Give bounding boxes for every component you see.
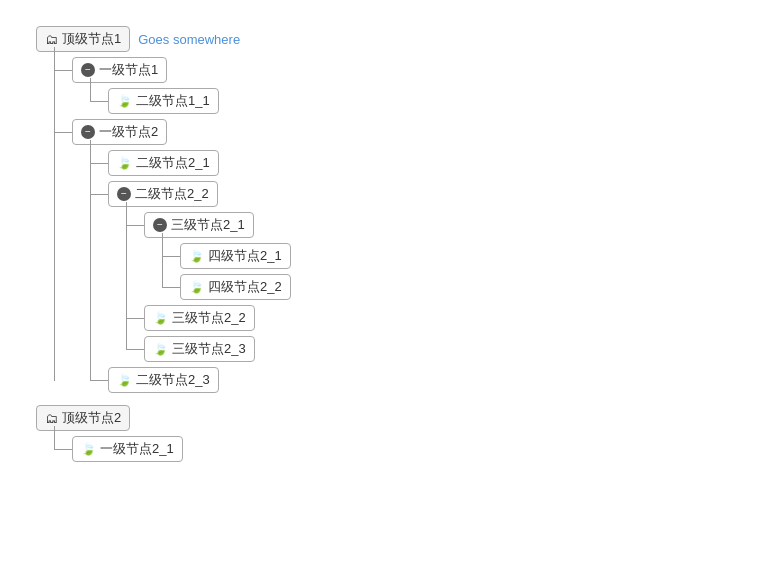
node-label-l2n2_1: 二级节点2_1 [136,154,210,172]
leaf-icon: 🍃 [117,373,132,387]
node-label-l3n2_2: 三级节点2_2 [172,309,246,327]
node-box-l3n2_2[interactable]: 🍃三级节点2_2 [144,305,255,331]
tree-container: 🗂顶级节点1Goes somewhere−一级节点1🍃二级节点1_1−一级节点2… [16,16,755,484]
node-row-l2n2_1: 🍃二级节点2_1 [108,150,735,176]
folder-icon: 🗂 [45,411,58,426]
node-box-l4n2_2[interactable]: 🍃四级节点2_2 [180,274,291,300]
leaf-icon: 🍃 [117,156,132,170]
node-row-l2n2_2: −二级节点2_2 [108,181,735,207]
node-label-l1n1: 一级节点1 [99,61,158,79]
node-row-l1n2_1: 🍃一级节点2_1 [72,436,735,462]
node-box-l4n2_1[interactable]: 🍃四级节点2_1 [180,243,291,269]
node-box-l2n2_1[interactable]: 🍃二级节点2_1 [108,150,219,176]
leaf-icon: 🍃 [153,311,168,325]
node-box-root1[interactable]: 🗂顶级节点1 [36,26,130,52]
node-label-root1: 顶级节点1 [62,30,121,48]
node-row-l3n2_2: 🍃三级节点2_2 [144,305,735,331]
node-row-l4n2_2: 🍃四级节点2_2 [180,274,735,300]
node-box-l2n1_1[interactable]: 🍃二级节点1_1 [108,88,219,114]
node-box-l1n2[interactable]: −一级节点2 [72,119,167,145]
minus-icon: − [153,218,167,232]
node-label-root2: 顶级节点2 [62,409,121,427]
node-label-l2n2_3: 二级节点2_3 [136,371,210,389]
node-label-l3n2_1: 三级节点2_1 [171,216,245,234]
root-link-root1[interactable]: Goes somewhere [138,32,240,47]
node-row-l4n2_1: 🍃四级节点2_1 [180,243,735,269]
leaf-icon: 🍃 [117,94,132,108]
node-label-l4n2_1: 四级节点2_1 [208,247,282,265]
minus-icon: − [81,63,95,77]
root-block-root2: 🗂顶级节点2🍃一级节点2_1 [36,405,735,462]
node-box-l1n2_1[interactable]: 🍃一级节点2_1 [72,436,183,462]
node-row-l3n2_3: 🍃三级节点2_3 [144,336,735,362]
leaf-icon: 🍃 [81,442,96,456]
root-block-root1: 🗂顶级节点1Goes somewhere−一级节点1🍃二级节点1_1−一级节点2… [36,26,735,393]
root-row-root1: 🗂顶级节点1Goes somewhere [36,26,735,52]
minus-icon: − [117,187,131,201]
node-row-l2n1_1: 🍃二级节点1_1 [108,88,735,114]
children-of-l1n2: 🍃二级节点2_1−二级节点2_2−三级节点2_1🍃四级节点2_1🍃四级节点2_2… [72,150,735,393]
children-of-root2: 🍃一级节点2_1 [36,436,735,462]
node-box-l3n2_1[interactable]: −三级节点2_1 [144,212,254,238]
minus-icon: − [81,125,95,139]
children-of-l1n1: 🍃二级节点1_1 [72,88,735,114]
node-label-l1n2: 一级节点2 [99,123,158,141]
node-row-l3n2_1: −三级节点2_1 [144,212,735,238]
node-box-l3n2_3[interactable]: 🍃三级节点2_3 [144,336,255,362]
node-row-l1n1: −一级节点1 [72,57,735,83]
node-row-l1n2: −一级节点2 [72,119,735,145]
node-row-l2n2_3: 🍃二级节点2_3 [108,367,735,393]
children-of-l2n2_2: −三级节点2_1🍃四级节点2_1🍃四级节点2_2🍃三级节点2_2🍃三级节点2_3 [108,212,735,362]
node-label-l2n2_2: 二级节点2_2 [135,185,209,203]
node-box-l1n1[interactable]: −一级节点1 [72,57,167,83]
leaf-icon: 🍃 [189,280,204,294]
tree: 🗂顶级节点1Goes somewhere−一级节点1🍃二级节点1_1−一级节点2… [36,26,735,462]
leaf-icon: 🍃 [189,249,204,263]
node-label-l2n1_1: 二级节点1_1 [136,92,210,110]
node-box-root2[interactable]: 🗂顶级节点2 [36,405,130,431]
children-of-l3n2_1: 🍃四级节点2_1🍃四级节点2_2 [144,243,735,300]
root-row-root2: 🗂顶级节点2 [36,405,735,431]
node-label-l4n2_2: 四级节点2_2 [208,278,282,296]
node-box-l2n2_2[interactable]: −二级节点2_2 [108,181,218,207]
leaf-icon: 🍃 [153,342,168,356]
node-label-l1n2_1: 一级节点2_1 [100,440,174,458]
node-label-l3n2_3: 三级节点2_3 [172,340,246,358]
node-box-l2n2_3[interactable]: 🍃二级节点2_3 [108,367,219,393]
folder-icon: 🗂 [45,32,58,47]
children-of-root1: −一级节点1🍃二级节点1_1−一级节点2🍃二级节点2_1−二级节点2_2−三级节… [36,57,735,393]
